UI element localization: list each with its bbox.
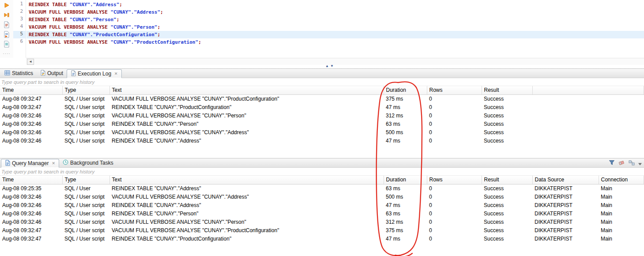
script-icon[interactable]: [3, 40, 11, 48]
column-header-connection[interactable]: Connection: [599, 176, 644, 184]
close-tab-icon[interactable]: ✕: [114, 72, 118, 76]
table-row[interactable]: Aug-08 09:32:46SQL / User scriptVACUUM F…: [0, 192, 644, 201]
table-row[interactable]: Aug-08 09:32:46SQL / User scriptVACUUM F…: [0, 218, 644, 226]
execution-log-panel: Statistics Output Execution Log ✕ TimeTy…: [0, 68, 644, 145]
column-header-result[interactable]: Result: [482, 86, 532, 94]
line-number[interactable]: 6: [13, 38, 26, 46]
execute-statement-icon[interactable]: [3, 1, 11, 9]
cell: Main: [599, 209, 644, 218]
cell: Aug-08 09:32:46: [0, 111, 62, 120]
cell: Success: [482, 192, 532, 201]
line-number[interactable]: 3: [13, 16, 26, 23]
close-tab-icon[interactable]: ✕: [52, 161, 55, 166]
editor-horizontal-scrollbar[interactable]: ◄: [26, 58, 644, 65]
cell: Success: [482, 94, 532, 103]
table-row[interactable]: Aug-08 09:32:46SQL / User scriptVACUUM F…: [0, 128, 644, 136]
code-area[interactable]: REINDEX TABLE "CUNAY"."Address";VACUUM F…: [26, 0, 644, 58]
tab-statistics[interactable]: Statistics: [1, 69, 37, 78]
code-line[interactable]: VACUUM FULL VERBOSE ANALYSE "CUNAY"."Add…: [26, 8, 644, 16]
code-line[interactable]: VACUUM FULL VERBOSE ANALYSE "CUNAY"."Per…: [26, 23, 644, 31]
code-line[interactable]: REINDEX TABLE "CUNAY"."ProductConfigurat…: [26, 31, 644, 38]
column-header-data-source[interactable]: Data Source: [532, 176, 599, 184]
toolbar-more-icon[interactable]: ····: [3, 50, 11, 57]
column-header-duration[interactable]: Duration: [384, 86, 427, 94]
query-history-filter-input[interactable]: [0, 168, 644, 175]
cell: VACUUM FULL VERBOSE ANALYSE "CUNAY"."Per…: [109, 111, 384, 120]
tab-output[interactable]: Output: [37, 69, 67, 78]
column-header-text[interactable]: Text: [109, 86, 384, 94]
table-row[interactable]: Aug-08 09:32:46SQL / User scriptREINDEX …: [0, 209, 644, 218]
cell: 0: [427, 209, 482, 218]
column-header-time[interactable]: Time: [0, 176, 62, 184]
cell: Success: [482, 103, 532, 111]
cell: Success: [482, 218, 532, 226]
execute-script-file-icon[interactable]: [3, 30, 11, 38]
cell: SQL / User script: [62, 136, 109, 145]
line-number[interactable]: 4: [13, 23, 26, 31]
table-row[interactable]: Aug-08 09:32:47SQL / User scriptREINDEX …: [0, 103, 644, 111]
cell: Main: [599, 184, 644, 192]
cell: DIKKATERPIST: [532, 201, 599, 209]
table-row[interactable]: Aug-08 09:32:47SQL / User scriptREINDEX …: [0, 234, 644, 243]
line-number[interactable]: 1: [13, 1, 26, 8]
code-line[interactable]: REINDEX TABLE "CUNAY"."Address";: [26, 1, 644, 8]
cell: Main: [599, 234, 644, 243]
cell: 47 ms: [384, 103, 427, 111]
code-token: REINDEX TABLE: [29, 17, 70, 23]
view-menu-chevron-icon[interactable]: [638, 159, 642, 167]
table-row[interactable]: Aug-08 09:32:47SQL / User scriptVACUUM F…: [0, 226, 644, 234]
column-header-result[interactable]: Result: [482, 176, 532, 184]
code-line[interactable]: REINDEX TABLE "CUNAY"."Person";: [26, 16, 644, 23]
table-row[interactable]: Aug-08 09:32:47SQL / User scriptVACUUM F…: [0, 94, 644, 103]
column-header-type[interactable]: Type: [62, 86, 109, 94]
cell-filler: [532, 111, 644, 120]
cell: SQL / User script: [62, 226, 109, 234]
cell: 375 ms: [384, 226, 427, 234]
line-number[interactable]: 5: [13, 31, 26, 38]
tab-execution-log[interactable]: Execution Log ✕: [67, 69, 122, 78]
cell: 0: [427, 103, 482, 111]
table-row[interactable]: Aug-08 09:32:46SQL / User scriptREINDEX …: [0, 201, 644, 209]
column-header-time[interactable]: Time: [0, 86, 62, 94]
column-header-duration[interactable]: Duration: [384, 176, 427, 184]
column-header-rows[interactable]: Rows: [427, 86, 482, 94]
clear-eraser-icon[interactable]: [618, 159, 625, 167]
cell: DIKKATERPIST: [532, 234, 599, 243]
cell: SQL / User script: [62, 111, 109, 120]
table-row[interactable]: Aug-08 09:32:46SQL / User scriptREINDEX …: [0, 120, 644, 128]
tab-background-tasks[interactable]: Background Tasks: [59, 158, 117, 167]
execution-log-icon: [71, 70, 76, 78]
line-number[interactable]: 2: [13, 8, 26, 16]
cell: 0: [427, 120, 482, 128]
filter-funnel-icon[interactable]: [609, 159, 615, 167]
transfer-icon[interactable]: [629, 159, 635, 167]
column-header-text[interactable]: Text: [109, 176, 384, 184]
cell: Aug-08 09:32:47: [0, 94, 62, 103]
cell: 0: [427, 201, 482, 209]
cell: Aug-08 09:32:47: [0, 103, 62, 111]
panel-sash[interactable]: ▲▼: [0, 65, 644, 68]
scroll-left-arrow-icon[interactable]: ◄: [27, 59, 34, 65]
table-row[interactable]: Aug-08 09:32:46SQL / User scriptVACUUM F…: [0, 111, 644, 120]
sql-editor[interactable]: ···· 123456 REINDEX TABLE "CUNAY"."Addre…: [0, 0, 644, 58]
cell: Aug-08 09:25:35: [0, 184, 62, 192]
column-header-rows[interactable]: Rows: [427, 176, 482, 184]
cell: Main: [599, 218, 644, 226]
sash-up-arrow-icon[interactable]: ▲: [325, 64, 330, 68]
explain-plan-icon[interactable]: [3, 21, 11, 28]
code-line[interactable]: VACUUM FULL VERBOSE ANALYSE "CUNAY"."Pro…: [26, 38, 644, 46]
statistics-icon: [4, 70, 10, 77]
code-token: VACUUM FULL VERBOSE ANALYSE: [29, 9, 110, 15]
execute-script-icon[interactable]: [3, 11, 11, 19]
cell: VACUUM FULL VERBOSE ANALYSE "CUNAY"."Add…: [109, 192, 384, 201]
tab-query-manager[interactable]: Query Manager ✕: [1, 159, 59, 168]
cell: Aug-08 09:32:47: [0, 226, 62, 234]
table-row[interactable]: Aug-08 09:32:46SQL / User scriptREINDEX …: [0, 136, 644, 145]
column-header-type[interactable]: Type: [62, 176, 109, 184]
cell: Success: [482, 120, 532, 128]
query-history-filter-input[interactable]: [0, 79, 644, 86]
sash-down-arrow-icon[interactable]: ▼: [330, 64, 335, 68]
cell: 0: [427, 184, 482, 192]
cell: SQL / User script: [62, 209, 109, 218]
table-row[interactable]: Aug-08 09:25:35SQL / UserREINDEX TABLE "…: [0, 184, 644, 192]
